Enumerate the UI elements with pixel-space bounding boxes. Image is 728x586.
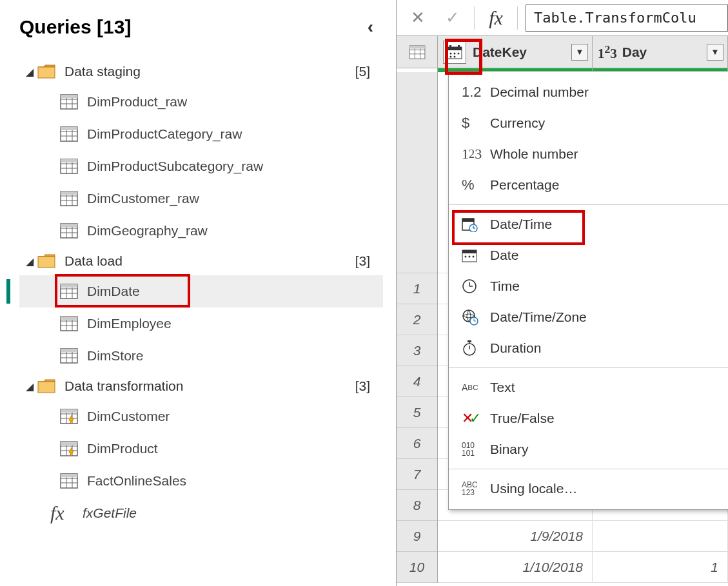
row-number[interactable]: 9 bbox=[397, 521, 437, 552]
query-dimproductcategory-raw[interactable]: DimProductCategory_raw bbox=[19, 118, 383, 150]
cell[interactable]: 1/9/2018 bbox=[438, 521, 593, 551]
column-header-day[interactable]: 123 Day ▼ bbox=[593, 36, 728, 68]
percentage-icon: % bbox=[462, 177, 490, 193]
query-label: DimProductCategory_raw bbox=[87, 126, 242, 142]
svg-point-91 bbox=[465, 256, 467, 258]
table-bolt-icon bbox=[60, 409, 78, 424]
query-label: DimEmployee bbox=[87, 316, 172, 331]
menu-label: Using locale… bbox=[490, 481, 577, 496]
svg-rect-18 bbox=[61, 159, 77, 162]
type-locale[interactable]: ABC 123Using locale… bbox=[449, 473, 728, 504]
expand-toggle-icon[interactable]: ◢ bbox=[26, 380, 37, 393]
query-label: DimGeography_raw bbox=[87, 223, 208, 239]
query-dimstore[interactable]: DimStore bbox=[19, 340, 383, 372]
query-dimcustomer[interactable]: DimCustomer bbox=[19, 400, 383, 433]
text-icon: ABC bbox=[462, 383, 490, 392]
svg-rect-74 bbox=[409, 45, 425, 48]
query-dimcustomer-raw[interactable]: DimCustomer_raw bbox=[19, 182, 383, 215]
query-dimproductsubcategory-raw[interactable]: DimProductSubcategory_raw bbox=[19, 150, 383, 182]
query-factonlinesales[interactable]: FactOnlineSales bbox=[19, 465, 383, 497]
fx-icon[interactable]: fx bbox=[482, 7, 509, 29]
type-date[interactable]: Date bbox=[449, 240, 728, 271]
formula-input[interactable] bbox=[526, 5, 728, 32]
row-number[interactable]: 2 bbox=[397, 304, 437, 335]
svg-rect-30 bbox=[61, 224, 77, 227]
query-label: FactOnlineSales bbox=[87, 473, 186, 489]
cell[interactable] bbox=[593, 521, 728, 551]
type-duration[interactable]: Duration bbox=[449, 333, 728, 364]
row-number[interactable]: 1 bbox=[397, 273, 437, 304]
binary-icon: 010 101 bbox=[462, 442, 490, 457]
column-header-datekey[interactable]: DateKey ▼ bbox=[438, 36, 593, 68]
folder-count: [3] bbox=[355, 378, 370, 394]
menu-label: Currency bbox=[490, 115, 545, 131]
time-icon bbox=[462, 278, 490, 294]
svg-rect-43 bbox=[61, 317, 77, 320]
row-number[interactable]: 4 bbox=[397, 366, 437, 397]
row-number[interactable]: 3 bbox=[397, 335, 437, 366]
row-number[interactable]: 10 bbox=[397, 552, 437, 583]
svg-rect-56 bbox=[61, 409, 77, 413]
row-number[interactable]: 6 bbox=[397, 428, 437, 459]
query-fxgetfile[interactable]: fx fxGetFile bbox=[19, 497, 383, 529]
query-label: DimStore bbox=[87, 348, 144, 364]
query-dimproduct[interactable]: DimProduct bbox=[19, 433, 383, 465]
type-binary[interactable]: 010 101Binary bbox=[449, 434, 728, 465]
svg-rect-78 bbox=[458, 45, 460, 48]
type-icon-button[interactable] bbox=[443, 41, 466, 64]
type-datetimezone[interactable]: Date/Time/Zone bbox=[449, 302, 728, 333]
type-text[interactable]: ABCText bbox=[449, 372, 728, 403]
type-time[interactable]: Time bbox=[449, 271, 728, 302]
row-number[interactable]: 7 bbox=[397, 459, 437, 490]
type-datetime[interactable]: Date/Time bbox=[449, 209, 728, 240]
boolean-icon: ✕✓ bbox=[462, 410, 490, 427]
menu-label: Duration bbox=[490, 340, 541, 356]
type-percentage[interactable]: %Percentage bbox=[449, 170, 728, 200]
table-corner[interactable] bbox=[397, 36, 438, 68]
accept-formula-icon[interactable]: ✓ bbox=[439, 5, 466, 32]
type-currency[interactable]: $Currency bbox=[449, 108, 728, 139]
highlight-dimdate bbox=[55, 274, 190, 308]
table-icon bbox=[60, 126, 78, 142]
row-number[interactable]: 8 bbox=[397, 490, 437, 521]
collapse-chevron-icon[interactable]: ‹ bbox=[368, 17, 373, 37]
query-label: DimProduct_raw bbox=[87, 94, 187, 110]
table-icon bbox=[60, 191, 78, 206]
svg-rect-103 bbox=[467, 340, 471, 342]
filter-dropdown-icon[interactable]: ▼ bbox=[571, 44, 588, 61]
menu-divider bbox=[449, 367, 728, 368]
divider bbox=[474, 6, 475, 30]
query-dimdate[interactable]: DimDate bbox=[19, 275, 383, 308]
filter-dropdown-icon[interactable]: ▼ bbox=[707, 44, 723, 61]
folder-icon bbox=[37, 379, 55, 393]
duration-icon bbox=[462, 340, 490, 356]
cancel-formula-icon[interactable]: ✕ bbox=[404, 5, 431, 32]
folder-data-load[interactable]: ◢ Data load [3] bbox=[19, 247, 383, 275]
column-name: DateKey bbox=[473, 44, 527, 60]
folder-data-transformation[interactable]: ◢ Data transformation [3] bbox=[19, 372, 383, 400]
queries-title: Queries [13] bbox=[19, 16, 131, 38]
svg-point-93 bbox=[473, 256, 475, 258]
type-whole[interactable]: 123Whole number bbox=[449, 139, 728, 170]
menu-label: Date bbox=[490, 248, 518, 263]
folder-label: Data transformation bbox=[64, 378, 355, 394]
cell[interactable]: 1/10/2018 bbox=[438, 552, 593, 582]
cell[interactable]: 1 bbox=[593, 552, 728, 582]
type-decimal[interactable]: 1.2Decimal number bbox=[449, 77, 728, 108]
type-truefalse[interactable]: ✕✓True/False bbox=[449, 403, 728, 434]
folder-data-staging[interactable]: ◢ Data staging [5] bbox=[19, 57, 383, 86]
menu-divider bbox=[449, 469, 728, 469]
svg-rect-77 bbox=[449, 45, 451, 48]
table-icon bbox=[60, 348, 78, 364]
query-label: DimProductSubcategory_raw bbox=[87, 159, 263, 174]
expand-toggle-icon[interactable]: ◢ bbox=[26, 66, 37, 78]
expand-toggle-icon[interactable]: ◢ bbox=[26, 255, 37, 268]
query-dimgeography-raw[interactable]: DimGeography_raw bbox=[19, 215, 383, 247]
menu-label: Binary bbox=[490, 442, 529, 457]
any-icon: ABC 123 bbox=[462, 481, 490, 496]
table-icon bbox=[60, 316, 78, 331]
menu-divider bbox=[449, 204, 728, 205]
row-number[interactable]: 5 bbox=[397, 397, 437, 428]
query-dimproduct-raw[interactable]: DimProduct_raw bbox=[19, 86, 383, 118]
query-dimemployee[interactable]: DimEmployee bbox=[19, 308, 383, 340]
